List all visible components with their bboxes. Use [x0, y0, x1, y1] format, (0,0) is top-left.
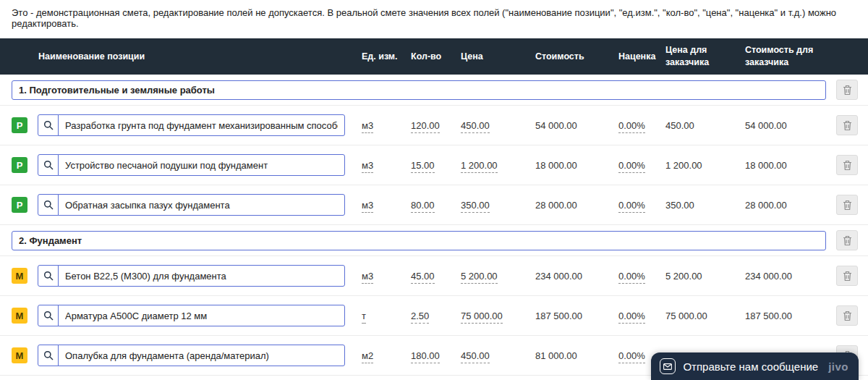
cost-value: 234 000.00	[535, 271, 618, 282]
qty-value[interactable]: 2.50	[411, 311, 429, 324]
markup-value[interactable]: 0.00%	[618, 120, 645, 133]
qty-value[interactable]: 80.00	[411, 200, 435, 213]
price-value[interactable]: 75 000.00	[461, 311, 503, 324]
search-position-button[interactable]	[38, 345, 59, 366]
position-name-input[interactable]	[58, 345, 345, 366]
qty-value[interactable]: 180.00	[411, 350, 440, 363]
position-name-input[interactable]	[58, 265, 345, 287]
unit-value[interactable]: м3	[362, 200, 373, 213]
estimate-item-row: Р м3 15.00 1 200.00 18 000.00 0.00% 1 20…	[0, 145, 868, 185]
col-header-client-price: Цена для заказчика	[665, 44, 745, 69]
estimate-page: Это - демонстрационная смета, редактиров…	[0, 0, 868, 376]
client-cost-value: 187 500.00	[745, 311, 832, 321]
search-icon	[43, 200, 54, 210]
search-icon	[43, 350, 54, 360]
row-type-badge: М	[12, 347, 27, 363]
client-price-value: 75 000.00	[665, 311, 745, 321]
unit-value[interactable]: т	[362, 311, 366, 324]
client-cost-value: 28 000.00	[745, 200, 832, 211]
row-type-badge: М	[12, 268, 27, 284]
delete-row-button[interactable]	[836, 266, 858, 286]
unit-value[interactable]: м3	[362, 271, 373, 284]
row-type-badge: Р	[12, 117, 27, 133]
delete-row-button[interactable]	[836, 155, 858, 175]
col-header-price: Цена	[461, 51, 535, 63]
trash-icon	[843, 160, 852, 171]
cost-value: 18 000.00	[535, 160, 618, 171]
unit-value[interactable]: м2	[362, 350, 373, 363]
client-price-value: 1 200.00	[665, 160, 745, 171]
position-name-input[interactable]	[58, 305, 345, 326]
estimate-item-row: М м3 45.00 5 200.00 234 000.00 0.00% 5 2…	[0, 256, 868, 296]
search-icon	[43, 160, 54, 170]
markup-value[interactable]: 0.00%	[618, 350, 645, 363]
unit-value[interactable]: м3	[362, 160, 373, 173]
price-value[interactable]: 450.00	[461, 350, 490, 363]
trash-icon	[843, 235, 852, 246]
search-icon	[43, 120, 54, 130]
search-position-button[interactable]	[38, 265, 59, 287]
delete-row-button[interactable]	[836, 195, 858, 215]
section-name-input[interactable]	[12, 80, 826, 100]
search-position-button[interactable]	[38, 114, 59, 136]
chat-message: Отправьте нам сообщение	[683, 360, 818, 373]
search-icon	[43, 271, 54, 281]
position-name-input[interactable]	[58, 154, 345, 176]
client-cost-value: 54 000.00	[745, 120, 832, 131]
cost-value: 187 500.00	[535, 311, 618, 321]
section-name-input[interactable]	[12, 231, 826, 250]
col-header-client-cost: Стоимость для заказчика	[745, 44, 832, 69]
position-name-input[interactable]	[58, 114, 345, 136]
col-header-cost: Стоимость	[535, 51, 618, 63]
estimate-item-row: Р м3 120.00 450.00 54 000.00 0.00% 450.0…	[0, 106, 868, 145]
markup-value[interactable]: 0.00%	[618, 200, 645, 213]
delete-row-button[interactable]	[836, 115, 858, 135]
search-position-button[interactable]	[38, 194, 59, 216]
price-value[interactable]: 350.00	[461, 200, 490, 213]
trash-icon	[843, 85, 852, 96]
estimate-item-row: Р м3 80.00 350.00 28 000.00 0.00% 350.00…	[0, 185, 868, 225]
col-header-name: Наименование позиции	[12, 51, 362, 63]
position-name-input[interactable]	[58, 194, 345, 216]
markup-value[interactable]: 0.00%	[618, 311, 645, 324]
trash-icon	[843, 120, 852, 131]
qty-value[interactable]: 120.00	[411, 120, 440, 133]
col-header-markup: Наценка	[618, 51, 665, 63]
jivo-logo: jivo	[828, 360, 848, 373]
price-value[interactable]: 1 200.00	[461, 160, 498, 173]
estimate-table: Наименование позиции Ед. изм. Кол-во Цен…	[0, 38, 868, 376]
trash-icon	[843, 200, 852, 211]
client-price-value: 5 200.00	[665, 271, 745, 282]
demo-notice: Это - демонстрационная смета, редактиров…	[0, 0, 868, 38]
row-type-badge: М	[12, 308, 27, 324]
trash-icon	[843, 311, 852, 321]
delete-row-button[interactable]	[836, 230, 858, 250]
cost-value: 28 000.00	[535, 200, 618, 211]
chat-envelope-icon	[660, 358, 676, 374]
col-header-qty: Кол-во	[411, 51, 461, 63]
search-position-button[interactable]	[38, 305, 59, 326]
unit-value[interactable]: м3	[362, 120, 373, 133]
markup-value[interactable]: 0.00%	[618, 160, 645, 173]
col-header-unit: Ед. изм.	[362, 51, 411, 63]
row-type-badge: Р	[12, 157, 27, 173]
markup-value[interactable]: 0.00%	[618, 271, 645, 284]
chat-widget[interactable]: Отправьте нам сообщение jivo	[651, 352, 859, 380]
price-value[interactable]: 450.00	[461, 120, 490, 133]
price-value[interactable]: 5 200.00	[461, 271, 498, 284]
estimate-item-row: М т 2.50 75 000.00 187 500.00 0.00% 75 0…	[0, 296, 868, 336]
client-cost-value: 234 000.00	[745, 271, 832, 282]
delete-row-button[interactable]	[836, 80, 858, 100]
search-icon	[43, 311, 54, 321]
row-type-badge: Р	[12, 197, 27, 213]
table-header: Наименование позиции Ед. изм. Кол-во Цен…	[0, 38, 868, 75]
search-position-button[interactable]	[38, 154, 59, 176]
client-cost-value: 18 000.00	[745, 160, 832, 171]
qty-value[interactable]: 45.00	[411, 271, 435, 284]
estimate-rows: Р м3 120.00 450.00 54 000.00 0.00% 450.0…	[0, 75, 868, 376]
cost-value: 54 000.00	[535, 120, 618, 131]
delete-row-button[interactable]	[836, 305, 858, 326]
qty-value[interactable]: 15.00	[411, 160, 435, 173]
cost-value: 81 000.00	[535, 350, 618, 361]
client-price-value: 450.00	[665, 120, 745, 131]
